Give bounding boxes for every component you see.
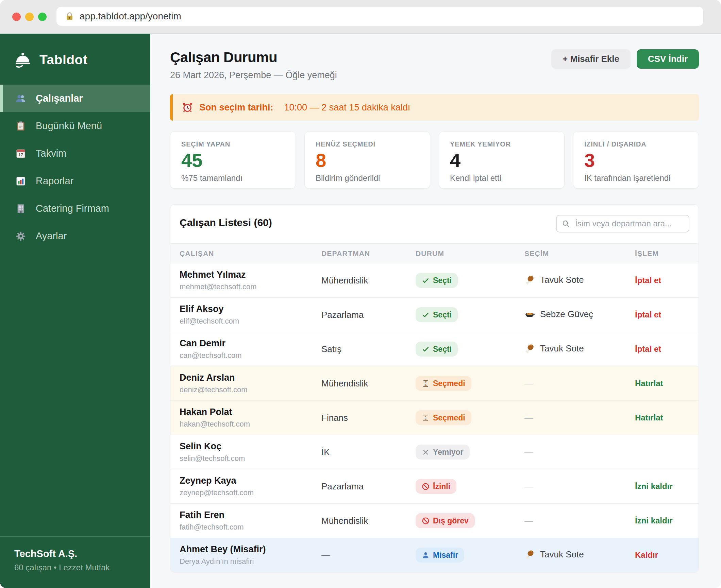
action-link[interactable]: İptal et: [635, 344, 661, 353]
search-input[interactable]: [556, 215, 689, 232]
action-cell: İptal et: [635, 344, 689, 354]
choice-cell: —: [524, 413, 635, 423]
stat-card: HENÜZ SEÇMEDİ 8 Bildirim gönderildi: [304, 131, 430, 189]
zoom-window-button[interactable]: [38, 13, 47, 21]
action-cell: Hatırlat: [635, 379, 689, 388]
status-label: Seçti: [433, 345, 452, 354]
sidebar-item[interactable]: Çalışanlar: [0, 85, 150, 112]
hourglass-icon: [422, 380, 430, 387]
employee-cell: Deniz Arslan deniz@techsoft.com: [180, 373, 321, 394]
status-label: İzinli: [433, 482, 450, 491]
cloche-logo-icon: [14, 51, 32, 69]
employee-sub: fatih@techsoft.com: [180, 523, 321, 532]
search-icon: [561, 219, 570, 228]
employee-sub: selin@techsoft.com: [180, 454, 321, 463]
close-window-button[interactable]: [12, 13, 21, 21]
clipboard-icon: [15, 121, 26, 132]
meal-choice: Tavuk Sote: [524, 343, 584, 354]
employee-sub: hakan@techsoft.com: [180, 420, 321, 429]
csv-download-button[interactable]: CSV İndir: [637, 49, 699, 69]
table-row: Ahmet Bey (Misafir) Derya Aydın’ın misaf…: [170, 538, 699, 572]
sidebar-nav: Çalışanlar Bugünkü Menü 17 Takvim: [0, 85, 150, 250]
meal-choice: Tavuk Sote: [524, 549, 584, 560]
status-badge: Seçmedi: [416, 410, 471, 425]
action-link[interactable]: Hatırlat: [635, 413, 663, 422]
choice-cell: —: [524, 447, 635, 457]
meal-choice-label: Tavuk Sote: [540, 343, 584, 354]
sidebar-item[interactable]: Ayarlar: [0, 222, 150, 250]
choice-cell: —: [524, 481, 635, 492]
address-bar[interactable]: app.tabldot.app/yonetim: [56, 7, 703, 26]
sidebar-item[interactable]: Catering Firmam: [0, 195, 150, 222]
table-title: Çalışan Listesi (60): [180, 217, 272, 228]
action-link[interactable]: İzni kaldır: [635, 516, 673, 525]
add-guest-button[interactable]: + Misafir Ekle: [551, 49, 631, 69]
meal-choice-label: Tavuk Sote: [540, 549, 584, 560]
department-cell: Pazarlama: [321, 481, 416, 492]
action-link[interactable]: Hatırlat: [635, 379, 663, 388]
stat-label: İZİNLİ / DIŞARIDA: [584, 140, 688, 148]
choice-cell: —: [524, 378, 635, 389]
employee-cell: Mehmet Yılmaz mehmet@techsoft.com: [180, 270, 321, 291]
employee-name: Can Demir: [180, 338, 321, 349]
status-cell: Misafir: [416, 548, 524, 563]
action-link[interactable]: İptal et: [635, 276, 661, 285]
status-label: Seçti: [433, 310, 452, 319]
check-icon: [422, 277, 430, 284]
choice-cell: Tavuk Sote —: [524, 343, 635, 355]
bust-icon: [422, 551, 430, 559]
action-link[interactable]: Kaldır: [635, 550, 658, 559]
status-label: Yemiyor: [433, 448, 464, 457]
gear-icon: [15, 231, 26, 242]
employee-sub: Derya Aydın’ın misafiri: [180, 557, 321, 566]
status-badge: Yemiyor: [416, 445, 470, 460]
alert-text: 10:00 — 2 saat 15 dakika kaldı: [284, 102, 410, 113]
status-cell: Dış görev: [416, 513, 524, 528]
action-cell: İzni kaldır: [635, 516, 689, 525]
stat-cards: SEÇİM YAPAN 45 %75 tamamlandı HENÜZ SEÇM…: [170, 131, 699, 189]
sidebar-item[interactable]: 17 Takvim: [0, 140, 150, 167]
users-icon: [15, 93, 26, 104]
employee-cell: Can Demir can@techsoft.com: [180, 338, 321, 360]
table-row: Selin Koç selin@techsoft.com İK Yemiyor: [170, 435, 699, 469]
status-cell: Yemiyor: [416, 445, 524, 460]
department-cell: Mühendislik: [321, 516, 416, 526]
status-label: Dış görev: [433, 516, 469, 525]
action-cell: İptal et: [635, 310, 689, 319]
page-subtitle: 26 Mart 2026, Perşembe — Öğle yemeği: [170, 70, 337, 81]
stat-sub: Kendi iptal etti: [450, 173, 553, 183]
browser-window: app.tabldot.app/yonetim Tabldot Çalışanl…: [0, 0, 721, 588]
table-body: Mehmet Yılmaz mehmet@techsoft.com Mühend…: [170, 263, 699, 572]
action-link[interactable]: İzni kaldır: [635, 482, 673, 491]
employee-name: Selin Koç: [180, 441, 321, 452]
action-cell: İptal et: [635, 276, 689, 285]
table-row: Fatih Eren fatih@techsoft.com Mühendisli…: [170, 503, 699, 538]
action-link[interactable]: İptal et: [635, 310, 661, 319]
stat-value: 3: [584, 151, 688, 170]
sidebar-item[interactable]: Bugünkü Menü: [0, 112, 150, 140]
sidebar-item-label: Bugünkü Menü: [36, 120, 102, 132]
status-badge: Seçti: [416, 342, 458, 357]
employee-cell: Fatih Eren fatih@techsoft.com: [180, 510, 321, 532]
minimize-window-button[interactable]: [25, 13, 34, 21]
sidebar-footer: TechSoft A.Ş. 60 çalışan • Lezzet Mutfak: [0, 536, 150, 588]
choice-empty: —: [524, 413, 533, 423]
choice-cell: —: [524, 516, 635, 526]
table-row: Mehmet Yılmaz mehmet@techsoft.com Mühend…: [170, 263, 699, 297]
chicken-icon: [524, 275, 535, 285]
table-row: Zeynep Kaya zeynep@techsoft.com Pazarlam…: [170, 469, 699, 503]
check-icon: [422, 311, 430, 319]
main-content: Çalışan Durumu 26 Mart 2026, Perşembe — …: [150, 34, 721, 588]
no-entry-icon: [422, 483, 430, 490]
employee-cell: Ahmet Bey (Misafir) Derya Aydın’ın misaf…: [180, 544, 321, 566]
status-badge: İzinli: [416, 479, 456, 494]
company-name: TechSoft A.Ş.: [14, 548, 136, 559]
sidebar-item[interactable]: Raporlar: [0, 167, 150, 195]
department-cell: —: [321, 550, 416, 560]
table-row: Deniz Arslan deniz@techsoft.com Mühendis…: [170, 366, 699, 400]
chart-icon: [15, 176, 26, 187]
column-header: ÇALIŞAN: [180, 249, 321, 258]
status-label: Seçmedi: [433, 413, 465, 422]
action-cell: Hatırlat: [635, 413, 689, 422]
department-cell: Pazarlama: [321, 310, 416, 320]
